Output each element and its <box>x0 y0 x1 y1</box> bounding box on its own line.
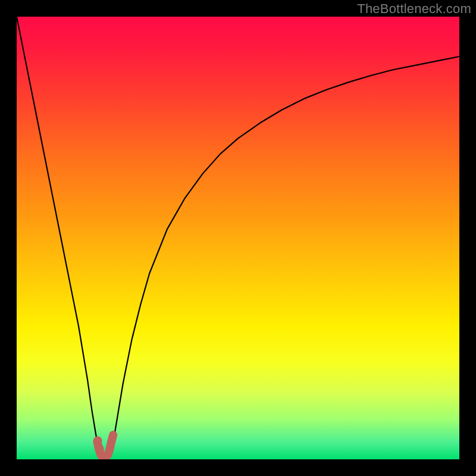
chart-frame <box>17 17 459 459</box>
bottleneck-chart <box>17 17 459 459</box>
chart-background <box>17 17 459 459</box>
valley-marker-dot <box>93 436 102 445</box>
watermark-text: TheBottleneck.com <box>357 1 471 17</box>
valley-marker-dot <box>95 444 104 453</box>
